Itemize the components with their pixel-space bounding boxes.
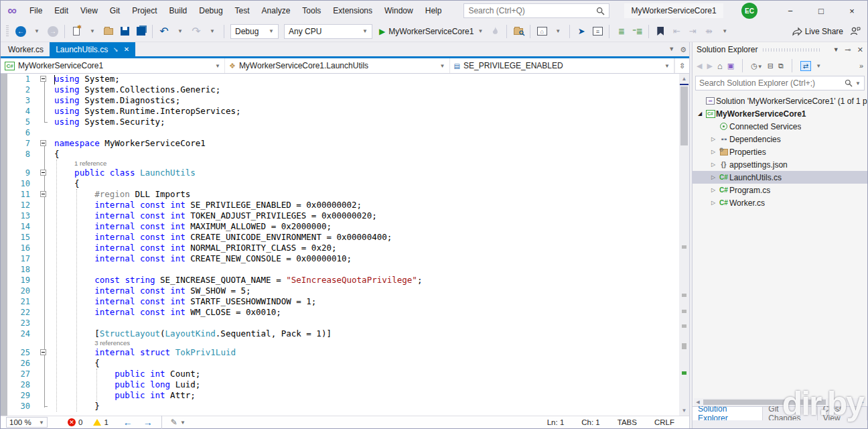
tree-item-appsettings-json[interactable]: ▷{}appsettings.json bbox=[693, 158, 867, 171]
undo-dropdown[interactable]: ▼ bbox=[172, 23, 188, 40]
tree-item-properties[interactable]: ▷Properties bbox=[693, 145, 867, 158]
menu-extensions[interactable]: Extensions bbox=[327, 1, 378, 21]
code-line[interactable]: 8{ bbox=[7, 149, 679, 160]
menu-project[interactable]: Project bbox=[126, 1, 163, 21]
panel-drag-grip[interactable] bbox=[763, 48, 821, 52]
scrollbar-thumb[interactable] bbox=[680, 86, 688, 145]
scroll-down-icon[interactable]: ▼ bbox=[679, 406, 689, 416]
code-line[interactable]: 20 internal const int SW_SHOW = 5; bbox=[7, 286, 679, 296]
previous-bookmark-button[interactable]: ⇤ bbox=[668, 23, 684, 40]
code-line[interactable]: 17 internal const int CREATE_NEW_CONSOLE… bbox=[7, 253, 679, 264]
code-line[interactable]: 24 [StructLayout(LayoutKind.Sequential, … bbox=[7, 328, 679, 339]
show-all-files-icon[interactable]: ⧉ bbox=[778, 62, 784, 70]
code-line[interactable]: 26 { bbox=[7, 358, 679, 369]
tab-options-gear-icon[interactable]: ⚙ bbox=[680, 46, 686, 54]
save-button[interactable] bbox=[117, 23, 133, 40]
pin-icon[interactable]: ⊸ bbox=[112, 45, 120, 53]
chevron-collapsed-icon[interactable]: ▷ bbox=[709, 187, 718, 193]
menu-edit[interactable]: Edit bbox=[48, 1, 74, 21]
document-list-dropdown-icon[interactable]: ▼ bbox=[668, 46, 674, 54]
close-button[interactable]: × bbox=[837, 1, 867, 21]
codelens-references[interactable]: 1 reference bbox=[50, 160, 106, 168]
pin-icon[interactable]: ⊸ bbox=[845, 46, 851, 54]
start-debugging-button[interactable]: ▶ MyWorkerServiceCore1 ▼ bbox=[379, 27, 483, 36]
menu-debug[interactable]: Debug bbox=[193, 1, 228, 21]
indent-mode-indicator[interactable]: TABS bbox=[618, 418, 637, 426]
error-count-icon[interactable]: ✕ bbox=[68, 418, 76, 426]
chevron-collapsed-icon[interactable]: ▷ bbox=[709, 200, 718, 206]
code-line[interactable]: 22 internal const int WM_CLOSE = 0x0010; bbox=[7, 307, 679, 318]
tree-item-worker-cs[interactable]: ▷C#Worker.cs bbox=[693, 196, 867, 209]
solution-search-input[interactable] bbox=[699, 78, 845, 88]
line-indicator[interactable]: Ln: 1 bbox=[547, 418, 565, 426]
code-line[interactable]: 15 internal const int CREATE_UNICODE_ENV… bbox=[7, 232, 679, 243]
column-indicator[interactable]: Ch: 1 bbox=[581, 418, 600, 426]
code-cleanup-brush-icon[interactable]: ✎ bbox=[171, 418, 177, 427]
next-issue-arrow-icon[interactable]: → bbox=[143, 417, 153, 428]
menu-view[interactable]: View bbox=[74, 1, 104, 21]
forward-icon[interactable]: ▶ bbox=[707, 62, 712, 70]
chevron-collapsed-icon[interactable]: ▷ bbox=[709, 174, 718, 180]
warning-count-icon[interactable] bbox=[93, 419, 101, 426]
menu-window[interactable]: Window bbox=[378, 1, 419, 21]
tree-item-connected-services[interactable]: Connected Services bbox=[693, 120, 867, 133]
home-dropdown[interactable]: ▼ bbox=[550, 23, 566, 40]
sync-dropdown-icon[interactable]: ▼ bbox=[816, 63, 821, 69]
panel-close-icon[interactable]: ✕ bbox=[857, 46, 863, 54]
breakpoint-margin[interactable] bbox=[1, 74, 7, 416]
find-in-files-button[interactable] bbox=[510, 23, 526, 40]
undo-button[interactable]: ↶ bbox=[156, 23, 172, 40]
code-line[interactable]: 4using System.Runtime.InteropServices; bbox=[7, 106, 679, 117]
indent-increase-icon[interactable]: ⁼≣ bbox=[629, 23, 645, 40]
user-avatar[interactable]: EC bbox=[741, 3, 757, 19]
scroll-left-icon[interactable]: ◀ bbox=[694, 398, 702, 406]
code-editor[interactable]: 1using System;2using System.Collections.… bbox=[1, 74, 689, 416]
pending-changes-filter-icon[interactable]: ◷▼ bbox=[751, 62, 763, 70]
chevron-expanded-icon[interactable]: ◢ bbox=[695, 111, 705, 117]
minimize-button[interactable]: − bbox=[775, 1, 806, 21]
menu-test[interactable]: Test bbox=[229, 1, 256, 21]
code-line[interactable]: 7namespace MyWorkerServiceCore1 bbox=[7, 138, 679, 149]
collapse-all-icon[interactable]: ⊟ bbox=[768, 62, 774, 70]
codelens-row[interactable]: 1 reference bbox=[7, 160, 679, 168]
code-line[interactable]: 30 } bbox=[7, 401, 679, 412]
feedback-person-icon[interactable] bbox=[850, 26, 861, 36]
menu-help[interactable]: Help bbox=[419, 1, 448, 21]
search-options-dropdown[interactable]: ▼ bbox=[855, 80, 861, 86]
tree-item-solution-myworkerservicecore1-[interactable]: ∞Solution 'MyWorkerServiceCore1' (1 of 1… bbox=[693, 95, 867, 107]
menu-git[interactable]: Git bbox=[104, 1, 126, 21]
toolbar-overflow-button[interactable]: ▼ bbox=[717, 23, 733, 40]
select-tool-icon[interactable]: ➤ bbox=[573, 23, 589, 40]
new-project-dropdown[interactable]: ▼ bbox=[84, 23, 100, 40]
project-dropdown[interactable]: C# MyWorkerServiceCore1▼ bbox=[1, 58, 225, 73]
tab-launchutils-cs[interactable]: LaunchUtils.cs⊸✕ bbox=[50, 42, 135, 56]
redo-dropdown[interactable]: ▼ bbox=[204, 23, 220, 40]
code-line[interactable]: 19 const string SE_INCREASE_QUOTA_NAME =… bbox=[7, 275, 679, 286]
toolbar-overflow-icon[interactable]: » bbox=[859, 62, 863, 70]
menu-build[interactable]: Build bbox=[163, 1, 194, 21]
redo-button[interactable]: ↷ bbox=[188, 23, 204, 40]
previous-issue-arrow-icon[interactable]: ← bbox=[123, 417, 133, 428]
split-window-button[interactable]: ⇳ bbox=[674, 58, 689, 73]
menu-file[interactable]: File bbox=[23, 1, 48, 21]
back-icon[interactable]: ◀ bbox=[697, 62, 702, 70]
copy-structure-icon[interactable]: ≡ bbox=[589, 23, 605, 40]
code-line[interactable]: 27 public int Count; bbox=[7, 369, 679, 379]
tree-item-myworkerservicecore1[interactable]: ◢C#MyWorkerServiceCore1 bbox=[693, 107, 867, 120]
solution-configuration-combobox[interactable]: Debug▼ bbox=[230, 24, 279, 39]
switch-views-icon[interactable]: ▣ bbox=[727, 62, 734, 70]
editor-zoom-select[interactable]: 100 %▼ bbox=[6, 417, 48, 428]
chevron-collapsed-icon[interactable]: ▷ bbox=[709, 149, 718, 155]
maximize-button[interactable]: □ bbox=[806, 1, 837, 21]
solution-search-box[interactable]: ▼ bbox=[695, 76, 865, 90]
code-line[interactable]: 3using System.Diagnostics; bbox=[7, 95, 679, 106]
codelens-references[interactable]: 3 references bbox=[50, 339, 130, 347]
code-line[interactable]: 6 bbox=[7, 127, 679, 138]
line-ending-indicator[interactable]: CRLF bbox=[654, 418, 674, 426]
open-file-button[interactable] bbox=[100, 23, 117, 40]
editor-vertical-scrollbar[interactable]: ▲ ▼ bbox=[679, 74, 689, 416]
tool-tab-solution-explorer[interactable]: Solution Explorer bbox=[693, 407, 763, 420]
codelens-row[interactable]: 3 references bbox=[7, 339, 679, 347]
error-count[interactable]: 0 bbox=[78, 418, 82, 426]
tree-item-dependencies[interactable]: ▷▪▫▪Dependencies bbox=[693, 133, 867, 145]
